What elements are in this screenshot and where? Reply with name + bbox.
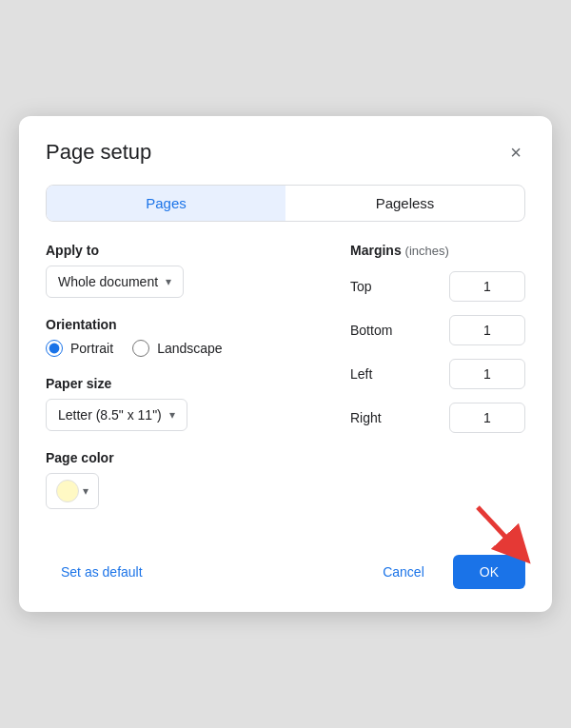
color-swatch <box>56 480 79 502</box>
right-panel: Margins (inches) Top Bottom Left Right <box>335 243 525 528</box>
page-setup-dialog: Page setup × Pages Pageless Apply to Who… <box>19 116 552 612</box>
paper-size-arrow-icon: ▾ <box>169 408 175 422</box>
page-color-label: Page color <box>46 450 312 465</box>
paper-size-label: Paper size <box>46 376 312 391</box>
landscape-radio[interactable] <box>132 340 149 357</box>
paper-size-value: Letter (8.5" x 11") <box>58 407 162 423</box>
footer-right: Cancel OK <box>364 555 525 589</box>
dialog-title: Page setup <box>46 140 151 165</box>
tab-pageless[interactable]: Pageless <box>286 186 524 221</box>
portrait-radio[interactable] <box>46 340 63 357</box>
margin-row-right: Right <box>350 403 525 433</box>
landscape-label: Landscape <box>157 341 223 356</box>
dialog-header: Page setup × <box>46 139 525 166</box>
ok-button[interactable]: OK <box>453 555 525 589</box>
apply-to-label: Apply to <box>46 243 312 258</box>
margins-header: Margins (inches) <box>350 243 525 258</box>
margin-bottom-label: Bottom <box>350 323 407 338</box>
left-panel: Apply to Whole document ▾ Orientation Po… <box>46 243 335 528</box>
margin-row-left: Left <box>350 359 525 389</box>
portrait-option[interactable]: Portrait <box>46 340 113 357</box>
apply-to-value: Whole document <box>58 274 158 289</box>
dialog-body: Apply to Whole document ▾ Orientation Po… <box>46 243 525 528</box>
margin-left-label: Left <box>350 366 407 382</box>
apply-to-section: Apply to Whole document ▾ <box>46 243 312 298</box>
portrait-label: Portrait <box>70 341 113 356</box>
apply-to-dropdown[interactable]: Whole document ▾ <box>46 266 184 298</box>
paper-size-section: Paper size Letter (8.5" x 11") ▾ <box>46 376 312 431</box>
close-button[interactable]: × <box>506 139 525 166</box>
margins-label: Margins <box>350 243 402 258</box>
cancel-button[interactable]: Cancel <box>364 555 443 589</box>
paper-size-dropdown[interactable]: Letter (8.5" x 11") ▾ <box>46 399 187 431</box>
margin-row-bottom: Bottom <box>350 315 525 345</box>
orientation-section: Orientation Portrait Landscape <box>46 317 312 357</box>
orientation-radio-group: Portrait Landscape <box>46 340 312 357</box>
margin-bottom-input[interactable] <box>449 315 525 345</box>
margins-unit: (inches) <box>405 244 449 258</box>
page-color-section: Page color ▾ <box>46 450 312 509</box>
margin-left-input[interactable] <box>449 359 525 389</box>
color-arrow-icon: ▾ <box>83 484 89 498</box>
dialog-footer: Set as default Cancel OK <box>46 555 525 589</box>
tab-bar: Pages Pageless <box>46 185 525 222</box>
page-color-button[interactable]: ▾ <box>46 473 99 509</box>
margin-top-input[interactable] <box>449 271 525 302</box>
margin-row-top: Top <box>350 271 525 302</box>
tab-pages[interactable]: Pages <box>47 186 286 221</box>
margin-right-label: Right <box>350 410 407 425</box>
orientation-label: Orientation <box>46 317 312 332</box>
margin-top-label: Top <box>350 279 407 294</box>
dropdown-arrow-icon: ▾ <box>166 275 171 288</box>
margin-right-input[interactable] <box>449 403 525 433</box>
landscape-option[interactable]: Landscape <box>132 340 223 357</box>
set-default-button[interactable]: Set as default <box>46 555 158 589</box>
